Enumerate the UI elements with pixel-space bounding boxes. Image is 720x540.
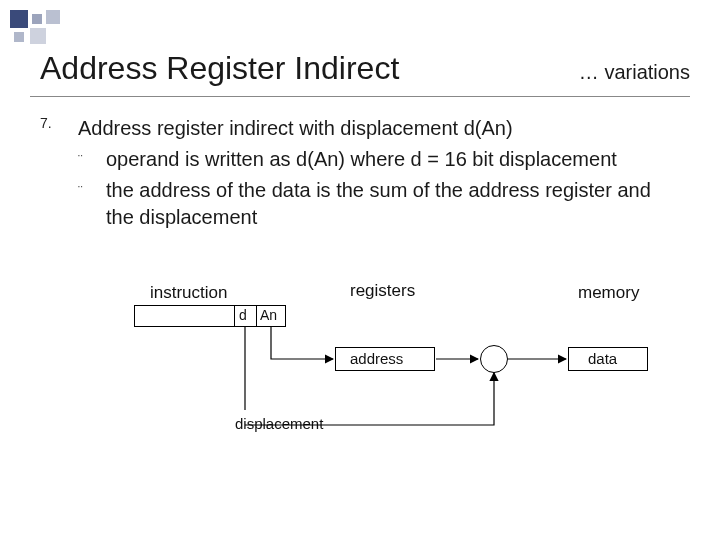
address-label: address bbox=[350, 350, 403, 367]
hollow-square-bullet-icon: ¨ bbox=[78, 177, 106, 231]
subitem-1-text: operand is written as d(An) where d = 16… bbox=[106, 146, 680, 173]
slide-subtitle: … variations bbox=[579, 61, 690, 84]
displacement-label: displacement bbox=[235, 415, 323, 432]
slide-title: Address Register Indirect bbox=[40, 50, 399, 87]
subitem-1: ¨ operand is written as d(An) where d = … bbox=[78, 146, 680, 173]
subitem-2: ¨ the address of the data is the sum of … bbox=[78, 177, 680, 231]
lead-text: Address register indirect with displacem… bbox=[78, 115, 680, 142]
hollow-square-bullet-icon: ¨ bbox=[78, 146, 106, 173]
addressing-mode-diagram: instruction registers memory d An addres… bbox=[140, 275, 660, 480]
registers-label: registers bbox=[350, 281, 415, 301]
data-label: data bbox=[588, 350, 617, 367]
title-row: Address Register Indirect … variations bbox=[40, 50, 690, 87]
list-number: 7. bbox=[40, 115, 52, 131]
an-field-label: An bbox=[260, 307, 277, 323]
subitem-2-text: the address of the data is the sum of th… bbox=[106, 177, 680, 231]
memory-label: memory bbox=[578, 283, 639, 303]
title-rule bbox=[30, 96, 690, 97]
instruction-label: instruction bbox=[150, 283, 227, 303]
d-field-label: d bbox=[239, 307, 247, 323]
slide-corner-decoration bbox=[10, 10, 90, 50]
content-block: 7. Address register indirect with displa… bbox=[40, 115, 680, 231]
adder-circle-icon bbox=[480, 345, 508, 373]
